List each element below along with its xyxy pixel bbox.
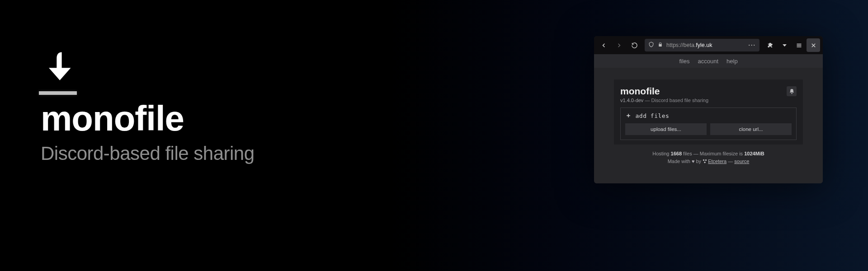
nav-files[interactable]: files (679, 58, 689, 65)
nav-reload-button[interactable] (627, 38, 641, 52)
source-link[interactable]: source (734, 159, 749, 164)
etcetera-icon (703, 159, 707, 164)
window-close-button[interactable] (807, 38, 820, 52)
upload-card: monofile v1.4.0-dev — Discord based file… (614, 79, 803, 145)
notifications-button[interactable] (787, 86, 797, 96)
add-files-label: add files (636, 112, 670, 119)
card-subtitle: v1.4.0-dev — Discord based file sharing (620, 98, 797, 103)
browser-window: https://beta.fyle.uk ··· files account h… (594, 36, 823, 183)
shield-icon (648, 42, 654, 49)
hero-title: monofile (41, 100, 402, 137)
svg-point-7 (704, 161, 706, 163)
add-files-zone: ＋ add files upload files... clone url... (620, 107, 797, 140)
app-footer: Hosting 1668 files — Maximum filesize is… (614, 150, 803, 165)
svg-point-5 (703, 159, 704, 160)
author-link[interactable]: Etcetera (708, 159, 726, 164)
footer-stats: Hosting 1668 files — Maximum filesize is… (614, 150, 803, 158)
svg-point-6 (705, 159, 707, 160)
upload-files-button[interactable]: upload files... (625, 123, 707, 135)
menu-button[interactable] (792, 38, 806, 52)
app-viewport: monofile v1.4.0-dev — Discord based file… (594, 68, 823, 183)
add-files-header: ＋ add files (625, 112, 792, 120)
nav-account[interactable]: account (698, 58, 719, 65)
address-bar[interactable]: https://beta.fyle.uk ··· (645, 39, 760, 51)
extensions-button[interactable] (763, 38, 777, 52)
card-title: monofile (620, 86, 660, 97)
footer-credits: Made with ♥ by Etcetera — source (614, 158, 803, 165)
nav-back-button[interactable] (597, 38, 610, 52)
downloads-button[interactable] (778, 38, 791, 52)
hero-download-logo (41, 51, 80, 95)
hero-subtitle: Discord-based file sharing (41, 143, 402, 164)
nav-help[interactable]: help (726, 58, 738, 65)
address-text: https://beta.fyle.uk (666, 42, 712, 48)
hero-block: monofile Discord-based file sharing (41, 51, 402, 164)
app-nav: files account help (594, 54, 823, 68)
plus-icon: ＋ (625, 112, 632, 120)
lock-icon (658, 42, 663, 48)
browser-titlebar: https://beta.fyle.uk ··· (594, 36, 823, 54)
clone-url-button[interactable]: clone url... (710, 123, 792, 135)
address-actions-icon[interactable]: ··· (749, 42, 756, 48)
nav-forward-button[interactable] (612, 38, 626, 52)
